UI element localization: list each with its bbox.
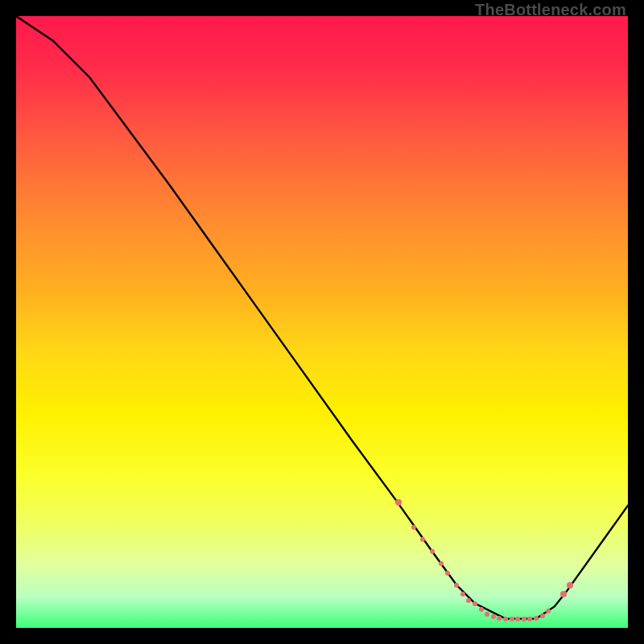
marker-dot bbox=[546, 609, 551, 613]
marker-dot bbox=[473, 601, 477, 606]
marker-dot bbox=[497, 616, 502, 621]
marker-dot bbox=[503, 617, 508, 621]
marker-dot bbox=[430, 549, 435, 554]
marker-dot bbox=[567, 582, 573, 588]
marker-dot bbox=[510, 617, 514, 621]
marker-dot bbox=[485, 612, 489, 617]
marker-dot bbox=[534, 616, 539, 621]
marker-dot bbox=[491, 614, 496, 619]
marker-dot bbox=[522, 617, 526, 621]
marker-dot bbox=[479, 607, 484, 612]
marker-dot bbox=[560, 591, 567, 597]
marker-dot bbox=[420, 537, 425, 542]
marker-dot bbox=[540, 613, 545, 618]
marker-dot bbox=[466, 598, 471, 603]
curve-path bbox=[16, 16, 628, 619]
plot-area bbox=[16, 16, 628, 628]
marker-dot bbox=[515, 617, 520, 621]
marker-dot bbox=[460, 592, 465, 597]
marker-dot bbox=[411, 525, 416, 530]
curve-svg bbox=[16, 16, 628, 628]
attribution-text: TheBottleneck.com bbox=[475, 2, 626, 18]
marker-dot bbox=[445, 571, 450, 576]
chart-frame: TheBottleneck.com bbox=[0, 0, 644, 644]
marker-dot bbox=[395, 499, 402, 506]
marker-dot bbox=[439, 561, 444, 566]
marker-dot bbox=[527, 617, 532, 621]
marker-dot bbox=[454, 583, 459, 588]
